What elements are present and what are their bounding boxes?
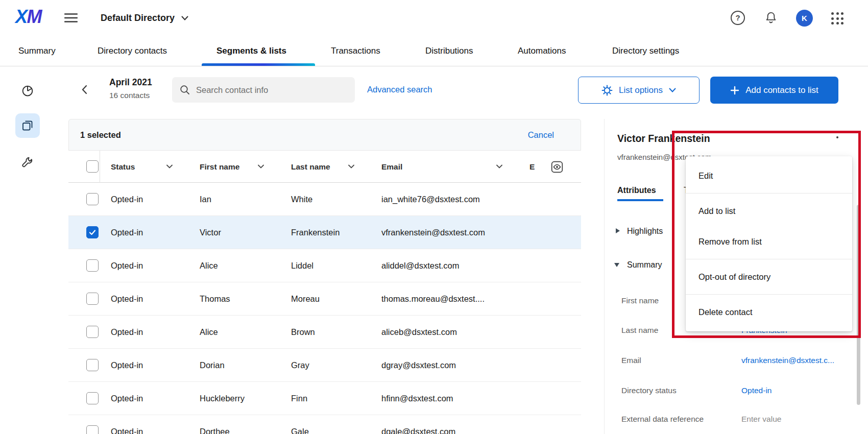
- field-value-external-data-reference[interactable]: Enter value: [741, 415, 781, 424]
- help-button[interactable]: ?: [731, 11, 745, 25]
- cell-last-name: Finn: [291, 382, 307, 415]
- apps-grid-icon: [831, 12, 845, 25]
- directory-name: Default Directory: [101, 13, 175, 23]
- menu-separator: [686, 294, 852, 295]
- table-row[interactable]: Opted-in Alice Liddel aliddel@dsxtest.co…: [68, 249, 581, 282]
- table-row[interactable]: Opted-in Alice Brown aliceb@dsxtest.com: [68, 316, 581, 349]
- cell-status: Opted-in: [111, 216, 143, 249]
- cell-status: Opted-in: [111, 349, 143, 382]
- sidebar-item-lists-active[interactable]: [15, 113, 40, 138]
- cell-first-name: Alice: [200, 316, 218, 349]
- menu-item-edit[interactable]: Edit: [686, 160, 852, 191]
- list-title: April 2021: [109, 77, 152, 88]
- row-checkbox[interactable]: [86, 259, 99, 272]
- table-row[interactable]: Opted-in Dorian Gray dgray@dsxtest.com: [68, 349, 581, 382]
- chevron-down-icon: [181, 16, 188, 20]
- column-header-truncated: E: [529, 151, 535, 183]
- panel-active-tab-indicator: [617, 199, 663, 201]
- cell-status: Opted-in: [111, 282, 143, 316]
- hamburger-menu-icon[interactable]: [63, 12, 79, 24]
- menu-item-remove-from-list[interactable]: Remove from list: [686, 226, 852, 257]
- user-avatar[interactable]: K: [796, 10, 813, 27]
- bell-icon: [764, 11, 779, 25]
- menu-item-delete-contact[interactable]: Delete contact: [686, 297, 852, 327]
- tab-directory-contacts[interactable]: Directory contacts: [98, 36, 167, 66]
- tab-segments-lists[interactable]: Segments & lists: [216, 36, 286, 66]
- xm-logo: XM: [15, 6, 41, 28]
- manage-columns-button[interactable]: [547, 157, 566, 176]
- list-options-label: List options: [619, 85, 663, 95]
- tab-summary[interactable]: Summary: [18, 36, 56, 66]
- column-header-status[interactable]: Status: [111, 151, 135, 183]
- field-value-directory-status[interactable]: Opted-in: [741, 386, 771, 395]
- app-root: XM Default Directory ? K Summary Directo…: [0, 0, 868, 434]
- search-input[interactable]: [196, 85, 347, 95]
- field-label-external-data-reference: External data reference: [621, 415, 704, 424]
- search-icon: [180, 85, 190, 95]
- summary-expanded-chevron-icon[interactable]: [614, 263, 619, 267]
- cell-email: aliddel@dsxtest.com: [381, 249, 459, 282]
- cell-first-name: Thomas: [200, 282, 230, 316]
- back-button[interactable]: [77, 82, 92, 97]
- list-options-button[interactable]: List options: [578, 77, 700, 104]
- lists-pages-icon: [21, 119, 34, 132]
- select-all-checkbox[interactable]: [86, 160, 99, 173]
- cell-first-name: Dorthee: [200, 415, 230, 434]
- cell-status: Opted-in: [111, 249, 143, 282]
- cell-email: ian_white76@dsxtest.com: [381, 183, 480, 216]
- column-header-last-name[interactable]: Last name: [291, 151, 330, 183]
- row-checkbox-checked[interactable]: [86, 226, 99, 238]
- cell-first-name: Alice: [200, 249, 218, 282]
- cell-first-name: Ian: [200, 183, 211, 216]
- first-name-column-chevron-icon[interactable]: [258, 164, 264, 168]
- panel-scrollbar[interactable]: [857, 205, 860, 405]
- cancel-selection-button[interactable]: Cancel: [528, 119, 554, 150]
- table-row-selected[interactable]: Opted-in Victor Frankenstein vfrankenste…: [68, 216, 581, 249]
- chevron-down-icon: [669, 88, 676, 92]
- table-row[interactable]: Opted-in Huckleberry Finn hfinn@dsxtest.…: [68, 382, 581, 415]
- section-highlights[interactable]: Highlights: [627, 227, 663, 236]
- contact-actions-menu-button[interactable]: [828, 130, 847, 144]
- notifications-button[interactable]: [764, 10, 779, 26]
- cell-status: Opted-in: [111, 316, 143, 349]
- highlights-collapsed-chevron-icon[interactable]: [616, 228, 620, 233]
- email-column-chevron-icon[interactable]: [496, 164, 502, 168]
- column-header-email[interactable]: Email: [381, 151, 402, 183]
- last-name-column-chevron-icon[interactable]: [348, 164, 354, 168]
- plus-icon: [730, 86, 739, 95]
- menu-separator: [686, 193, 852, 194]
- table-row[interactable]: Opted-in Dorthee Gale dgale@dsxtest.com: [68, 415, 581, 434]
- tab-distributions[interactable]: Distributions: [425, 36, 473, 66]
- tab-directory-settings[interactable]: Directory settings: [612, 36, 679, 66]
- row-checkbox[interactable]: [86, 425, 99, 434]
- contact-search[interactable]: [172, 77, 355, 103]
- column-header-first-name[interactable]: First name: [200, 151, 239, 183]
- logo-letter-x: X: [15, 6, 27, 27]
- row-checkbox[interactable]: [86, 293, 99, 305]
- panel-tab-attributes[interactable]: Attributes: [617, 186, 656, 195]
- field-value-email[interactable]: vfrankenstein@dsxtest.c...: [741, 356, 834, 365]
- tab-automations[interactable]: Automations: [518, 36, 566, 66]
- row-checkbox[interactable]: [86, 193, 99, 205]
- cell-status: Opted-in: [111, 415, 143, 434]
- status-column-chevron-icon[interactable]: [166, 164, 173, 168]
- apps-grid-button[interactable]: [831, 12, 845, 25]
- advanced-search-link[interactable]: Advanced search: [367, 85, 432, 94]
- table-row[interactable]: Opted-in Ian White ian_white76@dsxtest.c…: [68, 183, 581, 216]
- field-label-email: Email: [621, 356, 641, 365]
- sidebar-item-segments[interactable]: [16, 79, 39, 102]
- selection-bar: 1 selected Cancel: [68, 119, 581, 151]
- row-checkbox[interactable]: [86, 326, 99, 338]
- section-summary[interactable]: Summary: [627, 260, 662, 270]
- row-checkbox[interactable]: [86, 359, 99, 371]
- cell-first-name: Huckleberry: [200, 382, 245, 415]
- add-contacts-to-list-button[interactable]: Add contacts to list: [710, 77, 838, 104]
- field-label-last-name: Last name: [621, 326, 658, 335]
- sidebar-item-tools[interactable]: [16, 151, 39, 174]
- menu-item-opt-out-of-directory[interactable]: Opt-out of directory: [686, 261, 852, 292]
- menu-item-add-to-list[interactable]: Add to list: [686, 196, 852, 226]
- tab-transactions[interactable]: Transactions: [331, 36, 380, 66]
- directory-switcher[interactable]: Default Directory: [101, 10, 188, 26]
- table-row[interactable]: Opted-in Thomas Moreau thomas.moreau@dsx…: [68, 282, 581, 316]
- row-checkbox[interactable]: [86, 392, 99, 404]
